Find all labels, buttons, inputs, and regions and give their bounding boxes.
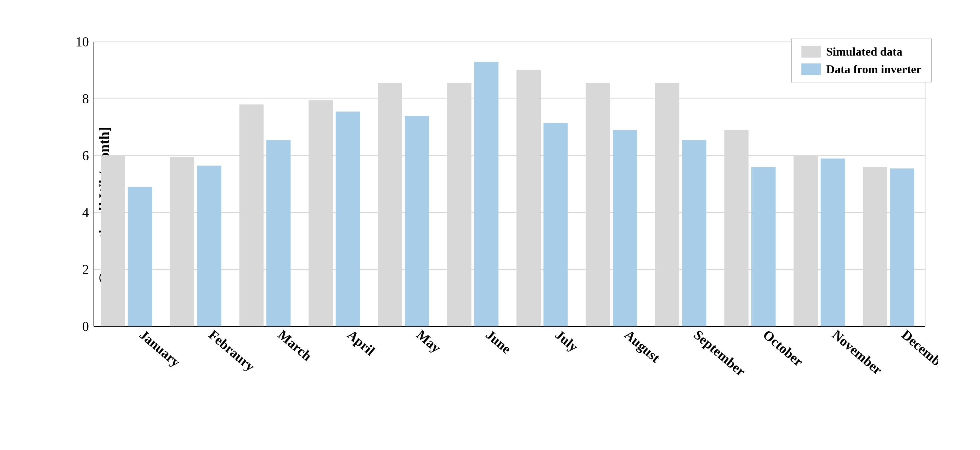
chart-svg: 0246810JanuaryFebrauryMarchAprilMayJuneJ… — [68, 32, 938, 379]
svg-rect-24 — [336, 111, 360, 326]
svg-rect-39 — [682, 140, 706, 326]
svg-rect-32 — [517, 70, 541, 326]
svg-text:October: October — [760, 327, 806, 369]
svg-rect-47 — [863, 167, 887, 326]
svg-rect-15 — [128, 187, 152, 326]
svg-rect-21 — [266, 140, 291, 326]
svg-text:November: November — [829, 327, 885, 377]
svg-rect-42 — [751, 167, 776, 326]
svg-rect-33 — [543, 123, 568, 326]
svg-rect-23 — [309, 100, 332, 326]
svg-text:April: April — [344, 327, 378, 358]
svg-rect-29 — [447, 83, 471, 326]
svg-rect-20 — [239, 104, 264, 326]
svg-text:July: July — [552, 327, 581, 355]
svg-text:4: 4 — [82, 205, 89, 220]
svg-text:0: 0 — [82, 319, 89, 334]
svg-text:June: June — [483, 327, 514, 356]
legend-inverter-label: Data from inverter — [826, 62, 921, 76]
svg-rect-38 — [655, 83, 679, 326]
svg-rect-44 — [794, 156, 818, 326]
svg-rect-41 — [724, 130, 748, 326]
svg-rect-26 — [378, 83, 402, 326]
svg-rect-18 — [197, 165, 221, 326]
svg-rect-36 — [612, 130, 637, 326]
svg-text:August: August — [622, 327, 663, 365]
svg-rect-14 — [101, 156, 125, 326]
svg-rect-35 — [586, 83, 610, 326]
svg-rect-27 — [405, 116, 429, 326]
svg-text:December: December — [899, 327, 938, 377]
svg-text:Febraury: Febraury — [206, 327, 258, 374]
svg-text:September: September — [691, 327, 748, 379]
chart-container: Generation [kWh/month] 0246810JanuaryFeb… — [16, 13, 964, 437]
svg-text:10: 10 — [76, 34, 89, 49]
svg-text:6: 6 — [82, 148, 89, 163]
legend-inverter: Data from inverter — [802, 62, 921, 76]
legend-simulated-label: Simulated data — [826, 45, 902, 59]
svg-text:2: 2 — [82, 262, 89, 277]
chart-area: Generation [kWh/month] 0246810JanuaryFeb… — [68, 32, 938, 379]
svg-text:January: January — [137, 327, 183, 370]
svg-rect-48 — [890, 169, 914, 326]
svg-rect-45 — [821, 159, 845, 326]
svg-rect-30 — [474, 62, 498, 326]
legend-simulated: Simulated data — [802, 45, 921, 59]
legend-inverter-box — [802, 64, 821, 75]
legend: Simulated data Data from inverter — [791, 38, 932, 83]
svg-rect-17 — [170, 157, 194, 326]
svg-text:May: May — [414, 327, 444, 356]
plot-area: 0246810JanuaryFebrauryMarchAprilMayJuneJ… — [68, 32, 938, 379]
svg-text:March: March — [275, 327, 314, 364]
svg-text:8: 8 — [82, 91, 89, 106]
legend-simulated-box — [802, 46, 821, 57]
